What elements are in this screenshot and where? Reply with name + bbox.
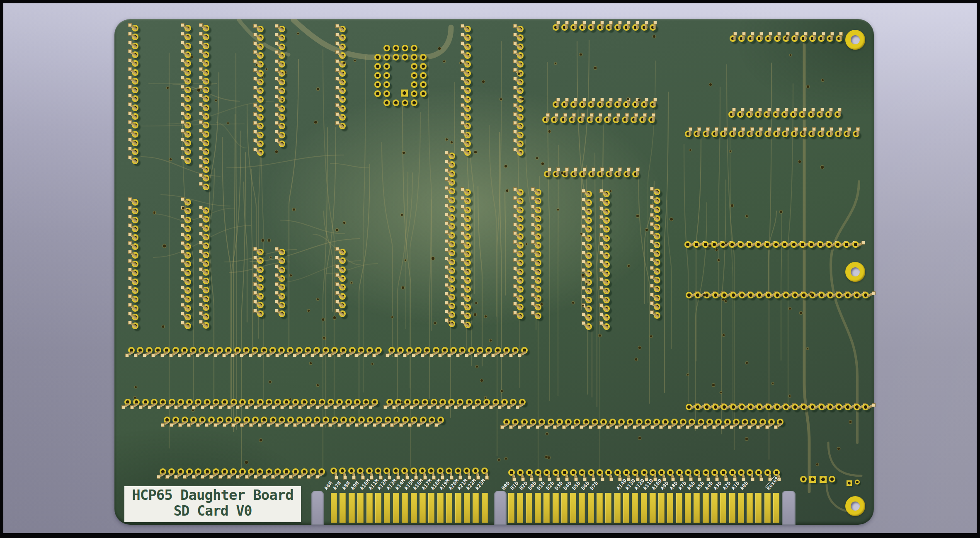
via: [475, 302, 477, 304]
via: [798, 160, 800, 162]
via: [262, 239, 264, 242]
pin-top: [759, 32, 763, 36]
via: [308, 310, 310, 312]
pin-top: [531, 196, 535, 200]
pin-label: A5D: [695, 480, 706, 491]
gold-finger: [340, 493, 346, 523]
pin-top: [606, 425, 610, 429]
through-hole-pad: [186, 468, 193, 475]
through-hole-pad: [517, 189, 524, 196]
via: [163, 245, 165, 247]
through-hole-pad: [560, 116, 567, 123]
via: [628, 265, 629, 267]
pin-top: [289, 475, 293, 479]
through-hole-pad: [623, 24, 630, 31]
through-hole-pad: [641, 469, 648, 476]
through-hole-pad: [393, 417, 400, 423]
through-hole-pad: [543, 469, 550, 476]
through-hole-pad: [450, 347, 457, 354]
pin-top: [128, 111, 132, 115]
through-hole-pad: [592, 419, 598, 425]
pin-top: [307, 405, 310, 409]
through-hole-pad: [799, 111, 805, 118]
through-hole-pad: [817, 131, 824, 137]
through-hole-pad: [184, 25, 191, 32]
through-hole-pad: [526, 469, 533, 476]
pin-top: [128, 49, 132, 53]
through-hole-pad: [464, 277, 471, 284]
pin-top: [653, 98, 657, 102]
via: [402, 286, 404, 289]
through-hole-pad: [853, 131, 859, 137]
via: [810, 293, 812, 295]
through-hole-pad: [132, 199, 138, 206]
pin-top: [199, 241, 203, 245]
through-hole-pad: [374, 81, 381, 88]
through-hole-pad: [565, 419, 572, 425]
pin-top: [199, 214, 203, 218]
pin-top: [650, 231, 654, 235]
pin-top: [148, 405, 151, 409]
through-hole-pad: [279, 275, 285, 282]
through-hole-pad: [781, 241, 788, 248]
through-hole-pad: [413, 399, 420, 405]
pin-top: [335, 59, 339, 63]
through-hole-pad: [203, 43, 209, 49]
through-hole-pad: [279, 302, 285, 308]
through-hole-pad: [517, 87, 524, 94]
through-hole-pad: [464, 322, 471, 328]
through-hole-pad: [764, 111, 770, 118]
through-hole-pad: [257, 105, 264, 112]
pin-top: [181, 67, 184, 71]
through-hole-pad: [296, 417, 303, 423]
pin-top: [445, 213, 449, 216]
via: [709, 83, 712, 86]
through-hole-pad: [348, 468, 355, 474]
through-hole-pad: [519, 399, 526, 405]
pin-top: [253, 121, 257, 125]
via: [816, 463, 818, 465]
pin-top: [509, 354, 513, 357]
through-hole-pad: [184, 43, 191, 49]
through-hole-pad: [252, 417, 259, 423]
pin-top: [582, 295, 585, 298]
through-hole-pad: [517, 469, 524, 476]
through-hole-pad: [517, 61, 524, 68]
pin-label: A8D: [668, 480, 679, 491]
pin-top: [275, 247, 279, 251]
pin-top: [513, 213, 517, 217]
via: [266, 68, 267, 70]
via: [670, 218, 672, 221]
pin-top: [240, 354, 243, 357]
pin-top: [128, 250, 132, 254]
via: [653, 35, 655, 37]
via: [536, 157, 538, 159]
pin-top: [513, 112, 517, 116]
through-hole-pad: [124, 399, 131, 405]
through-hole-pad: [464, 79, 471, 85]
pin-top: [461, 205, 464, 208]
through-hole-pad: [603, 297, 610, 303]
through-hole-pad: [449, 311, 455, 318]
through-hole-pad: [199, 417, 206, 423]
via: [260, 439, 262, 441]
pin-top: [253, 59, 257, 63]
through-hole-pad: [257, 293, 264, 300]
through-hole-pad: [817, 111, 823, 118]
pin-top: [199, 294, 203, 298]
via: [580, 53, 582, 56]
pin-top: [199, 32, 203, 36]
through-hole-pad: [419, 468, 426, 474]
through-hole-pad: [517, 149, 524, 156]
pin-top: [130, 405, 134, 409]
through-hole-pad: [449, 179, 455, 186]
through-hole-pad: [603, 235, 610, 242]
through-hole-pad: [836, 292, 842, 298]
through-hole-pad: [561, 24, 568, 31]
pin-top: [181, 111, 184, 115]
silkscreen-title-line2: SD Card V0: [124, 503, 301, 519]
through-hole-pad: [257, 123, 264, 129]
pin-top: [396, 476, 400, 480]
via: [650, 335, 652, 337]
pin-top: [668, 425, 672, 429]
